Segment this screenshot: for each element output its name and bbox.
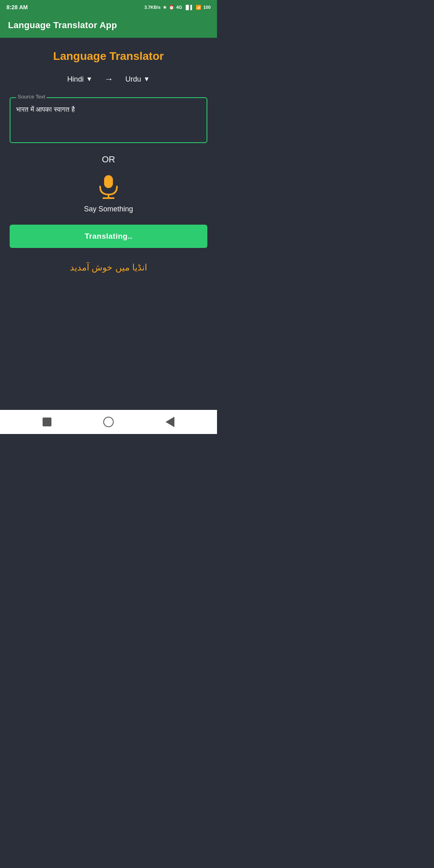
direction-arrow-icon: →	[104, 74, 113, 84]
language-selector-row: Hindi ▼ → Urdu ▼	[10, 74, 207, 84]
signal-icon: ▐▌▌	[184, 5, 193, 10]
wifi-icon: 📶	[196, 5, 201, 10]
home-button[interactable]	[100, 414, 117, 430]
source-language-dropdown-icon: ▼	[86, 76, 92, 83]
microphone-icon	[94, 172, 123, 200]
network-speed: 3.7KB/s	[144, 5, 160, 10]
target-language-selector[interactable]: Urdu ▼	[125, 75, 150, 84]
bottom-nav-bar	[0, 410, 217, 434]
target-language-dropdown-icon: ▼	[143, 76, 150, 83]
status-icons: 3.7KB/s ★ ⏰ 4G ▐▌▌ 📶 100	[144, 5, 211, 10]
translation-result: انڈیا میں خوش آمدید	[10, 261, 207, 274]
app-bar: Language Translator App	[0, 14, 217, 38]
translate-button[interactable]: Translating..	[10, 225, 207, 248]
alarm-icon: ⏰	[169, 5, 174, 10]
home-icon	[103, 417, 114, 427]
lte-icon: 4G	[176, 5, 182, 10]
status-bar: 8:28 AM 3.7KB/s ★ ⏰ 4G ▐▌▌ 📶 100	[0, 0, 217, 14]
back-button[interactable]	[162, 414, 178, 430]
battery-icon: 100	[203, 5, 211, 10]
target-language-label: Urdu	[125, 75, 141, 84]
source-language-selector[interactable]: Hindi ▼	[67, 75, 92, 84]
source-text-label: Source Text	[16, 94, 47, 100]
app-bar-title: Language Translator App	[8, 20, 209, 31]
recent-apps-button[interactable]	[39, 414, 55, 430]
source-text-input[interactable]: भारत में आपका स्वागत है	[16, 104, 201, 137]
say-something-label: Say Something	[84, 205, 133, 213]
status-time: 8:28 AM	[6, 4, 28, 10]
microphone-button[interactable]: Say Something	[84, 172, 133, 213]
back-icon	[166, 417, 174, 427]
source-text-container: Source Text भारत में आपका स्वागत है	[10, 97, 207, 143]
source-language-label: Hindi	[67, 75, 84, 84]
bluetooth-icon: ★	[163, 5, 167, 10]
main-content: Language Translator Hindi ▼ → Urdu ▼ Sou…	[0, 38, 217, 410]
svg-rect-0	[104, 175, 113, 188]
recent-apps-icon	[43, 418, 51, 426]
or-divider: OR	[102, 154, 115, 165]
page-title: Language Translator	[53, 50, 164, 63]
